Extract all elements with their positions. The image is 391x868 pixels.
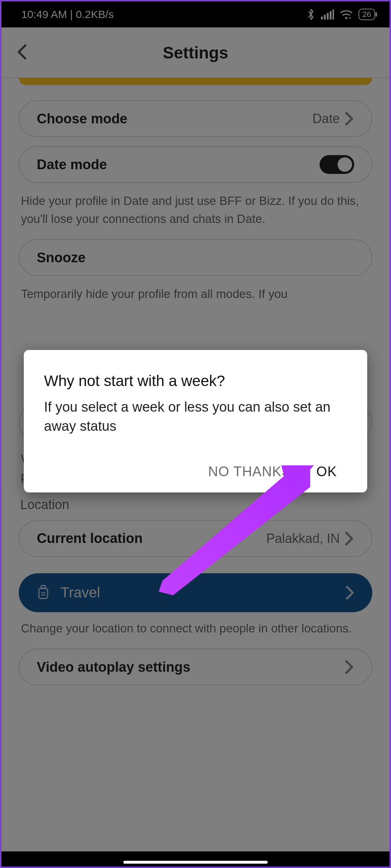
no-thanks-button[interactable]: NO THANKS [208,464,291,479]
snooze-week-dialog: Why not start with a week? If you select… [24,350,367,492]
dialog-body: If you select a week or less you can als… [44,398,347,436]
nav-bar [1,851,390,867]
home-indicator[interactable] [123,861,268,864]
dialog-title: Why not start with a week? [44,372,347,390]
ok-button[interactable]: OK [316,464,337,479]
dialog-actions: NO THANKS OK [44,464,347,479]
